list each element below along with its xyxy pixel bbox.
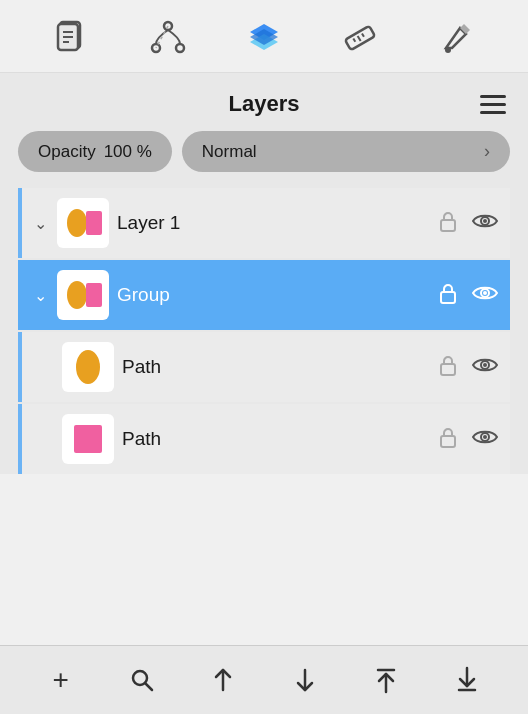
chevron-down-icon: ⌄ [34,286,47,305]
layer-row[interactable]: Path [18,332,510,402]
layers-header: Layers [18,91,510,117]
add-layer-button[interactable]: + [41,660,81,700]
ruler-tool-button[interactable] [338,16,382,60]
svg-line-36 [145,683,152,690]
svg-point-7 [176,44,184,52]
move-to-top-button[interactable] [366,660,406,700]
svg-line-14 [358,36,361,41]
document-tool-button[interactable] [50,16,94,60]
bottom-toolbar: + [0,645,528,714]
move-down-button[interactable] [285,660,325,700]
move-up-button[interactable] [203,660,243,700]
visibility-icon[interactable] [472,210,498,236]
svg-point-22 [67,281,87,309]
layers-panel: Layers Opacity 100 % Normal › ⌄ [0,73,528,474]
layer-thumbnail [57,198,109,248]
layers-tool-button[interactable] [242,16,286,60]
move-to-bottom-button[interactable] [447,660,487,700]
svg-rect-18 [86,211,102,235]
layer-thumbnail [62,414,114,464]
svg-point-17 [67,209,87,237]
svg-rect-28 [441,364,455,375]
svg-point-34 [483,435,487,439]
blend-mode-control[interactable]: Normal › [182,131,510,172]
layer-name: Path [122,356,430,378]
chevron-down-icon: ⌄ [34,214,47,233]
layer-name: Layer 1 [117,212,430,234]
visibility-icon[interactable] [472,282,498,308]
svg-line-13 [353,38,355,41]
lock-icon [438,353,458,382]
layer-thumbnail [62,342,114,392]
blend-mode-label: Normal [202,142,257,162]
layer-row[interactable]: ⌄ Group [18,260,510,330]
svg-point-30 [483,363,487,367]
svg-rect-31 [74,425,102,453]
layer-name: Group [117,284,430,306]
search-button[interactable] [122,660,162,700]
visibility-icon[interactable] [472,354,498,380]
path-tool-button[interactable] [146,16,190,60]
svg-point-27 [76,350,100,384]
layer-thumbnail [57,270,109,320]
svg-rect-24 [441,292,455,303]
opacity-label: Opacity [38,142,96,162]
lock-icon [438,209,458,238]
svg-point-21 [483,219,487,223]
layer-row[interactable]: Path [18,404,510,474]
toolbar [0,0,528,73]
opacity-value: 100 % [104,142,152,162]
paint-tool-button[interactable] [434,16,478,60]
lock-icon [438,425,458,454]
layers-menu-button[interactable] [476,91,510,118]
layer-row[interactable]: ⌄ Layer 1 [18,188,510,258]
svg-point-16 [445,47,451,53]
svg-rect-32 [441,436,455,447]
svg-rect-23 [86,283,102,307]
panel-title: Layers [229,91,300,117]
layers-list: ⌄ Layer 1 [18,188,510,474]
layer-name: Path [122,428,430,450]
opacity-control[interactable]: Opacity 100 % [18,131,172,172]
svg-point-26 [483,291,487,295]
chevron-right-icon: › [484,141,490,162]
visibility-icon[interactable] [472,426,498,452]
lock-icon [438,281,458,310]
svg-line-15 [362,33,364,36]
svg-rect-19 [441,220,455,231]
controls-row: Opacity 100 % Normal › [18,131,510,172]
